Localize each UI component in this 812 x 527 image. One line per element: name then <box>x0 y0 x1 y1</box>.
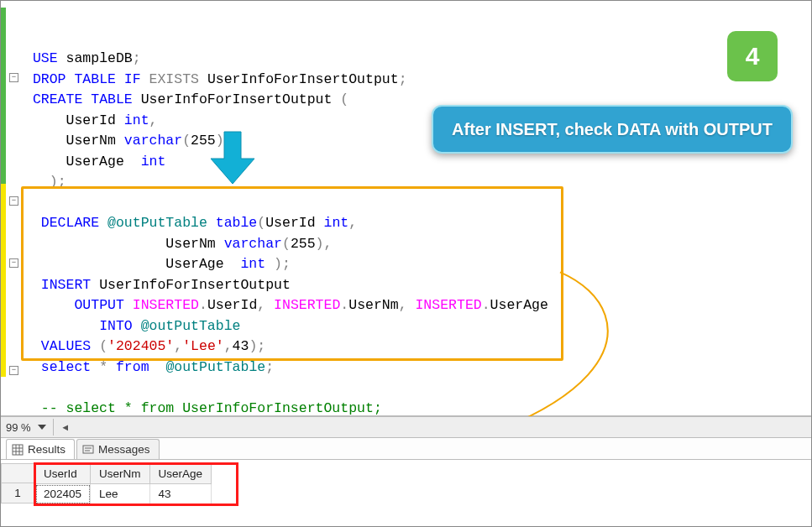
col-header-usernm[interactable]: UserNm <box>91 464 150 484</box>
var-outputtable: @outPutTable <box>107 215 207 231</box>
col-userid: UserId <box>66 112 116 128</box>
row-number-cell[interactable]: 1 <box>1 483 34 504</box>
separator <box>53 419 54 436</box>
zoom-bar: 99 % ◄ <box>1 416 811 438</box>
tab-results-label: Results <box>28 443 65 456</box>
row-number-header <box>1 463 34 483</box>
fold-toggle[interactable]: − <box>9 366 18 375</box>
grid-icon <box>12 444 24 456</box>
val1: '202405' <box>107 338 174 354</box>
messages-icon <box>82 444 94 456</box>
code-editor-panel: − − − − USE sampleDB; DROP TABLE IF EXIS… <box>1 1 811 416</box>
tab-results[interactable]: Results <box>6 439 75 459</box>
kw-declare: DECLARE <box>41 215 99 231</box>
callout-box: After INSERT, check DATA with OUTPUT <box>432 105 793 154</box>
kw-select: select <box>41 359 91 375</box>
row-number-column: 1 <box>1 463 34 504</box>
kw-values: VALUES <box>41 338 91 354</box>
kw-output: OUTPUT <box>74 297 123 313</box>
zoom-value: 99 % <box>1 421 34 434</box>
col-usernm: UserNm <box>66 133 116 149</box>
callout-text: After INSERT, check DATA with OUTPUT <box>452 120 773 139</box>
results-tabs: Results Messages <box>1 438 811 460</box>
step-number: 4 <box>746 42 760 70</box>
cell-userid[interactable]: 202405 <box>35 484 91 504</box>
code-body[interactable]: USE sampleDB; DROP TABLE IF EXISTS UserI… <box>23 1 811 415</box>
results-panel: 1 UserId UserNm UserAge 202405 Lee 43 <box>1 460 811 526</box>
kw-drop: DROP <box>33 71 66 87</box>
kw-insert: INSERT <box>41 277 91 293</box>
fold-toggle[interactable]: − <box>9 73 18 82</box>
col-header-userage[interactable]: UserAge <box>149 464 212 484</box>
fold-toggle[interactable]: − <box>9 196 18 206</box>
zoom-dropdown-icon[interactable] <box>36 421 48 433</box>
kw-use: USE <box>33 50 58 66</box>
sql-comment: -- select * from UserInfoForInsertOutput… <box>41 400 382 416</box>
cell-usernm[interactable]: Lee <box>91 484 150 504</box>
fold-gutter: − − − − <box>1 1 23 415</box>
scroll-left-icon[interactable]: ◄ <box>59 420 72 434</box>
results-grid: UserId UserNm UserAge 202405 Lee 43 <box>34 463 212 504</box>
app-root: − − − − USE sampleDB; DROP TABLE IF EXIS… <box>0 0 812 527</box>
svg-rect-0 <box>13 445 23 455</box>
table-header-row: UserId UserNm UserAge <box>35 464 212 484</box>
svg-rect-5 <box>83 446 93 453</box>
col-header-userid[interactable]: UserId <box>35 464 91 484</box>
kw-into: INTO <box>99 318 133 334</box>
tab-messages-label: Messages <box>98 443 150 456</box>
change-marker-green <box>1 8 6 184</box>
fold-toggle[interactable]: − <box>9 258 18 268</box>
kw-create: CREATE <box>33 91 82 107</box>
col-userage: UserAge <box>66 154 124 170</box>
tab-messages[interactable]: Messages <box>76 439 160 459</box>
db-name: sampleDB <box>66 50 133 66</box>
cell-userage[interactable]: 43 <box>149 484 212 504</box>
step-badge: 4 <box>727 31 778 81</box>
table-name: UserInfoForInsertOutput <box>207 71 399 87</box>
table-row[interactable]: 202405 Lee 43 <box>35 484 212 504</box>
val3: 43 <box>233 338 249 354</box>
val2: 'Lee' <box>182 338 224 354</box>
